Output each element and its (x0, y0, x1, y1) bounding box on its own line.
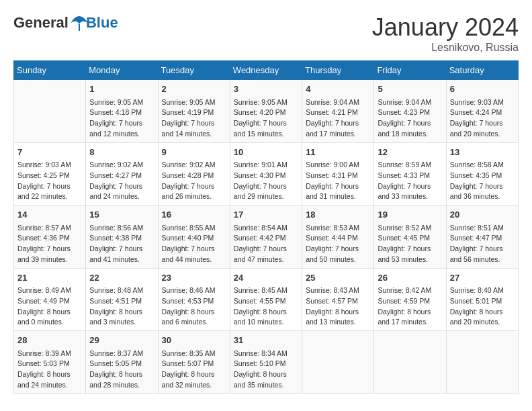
cell-content: Sunrise: 8:45 AMSunset: 4:55 PMDaylight:… (234, 285, 298, 328)
logo-general-text: General (13, 14, 69, 32)
calendar-cell: 15Sunrise: 8:56 AMSunset: 4:38 PMDayligh… (86, 205, 158, 269)
cell-content: Sunrise: 8:57 AMSunset: 4:36 PMDaylight:… (17, 223, 82, 265)
calendar-table: SundayMondayTuesdayWednesdayThursdayFrid… (13, 60, 519, 394)
day-number: 4 (306, 83, 370, 96)
location: Lesnikovo, Russia (372, 42, 519, 54)
cell-content: Sunrise: 8:56 AMSunset: 4:38 PMDaylight:… (89, 223, 154, 265)
calendar-cell: 25Sunrise: 8:43 AMSunset: 4:57 PMDayligh… (302, 268, 374, 331)
cell-content: Sunrise: 8:53 AMSunset: 4:44 PMDaylight:… (306, 223, 370, 265)
calendar-cell (374, 331, 446, 394)
cell-content: Sunrise: 9:02 AMSunset: 4:27 PMDaylight:… (89, 160, 154, 202)
day-number: 15 (89, 208, 154, 222)
cell-content: Sunrise: 8:43 AMSunset: 4:57 PMDaylight:… (306, 285, 370, 328)
calendar-cell: 20Sunrise: 8:51 AMSunset: 4:47 PMDayligh… (446, 205, 518, 269)
calendar-cell: 26Sunrise: 8:42 AMSunset: 4:59 PMDayligh… (374, 268, 446, 331)
day-number: 17 (234, 208, 298, 222)
calendar-cell: 24Sunrise: 8:45 AMSunset: 4:55 PMDayligh… (230, 268, 302, 331)
day-number: 9 (162, 146, 226, 159)
calendar-week-row: 21Sunrise: 8:49 AMSunset: 4:49 PMDayligh… (14, 268, 519, 331)
calendar-week-row: 1Sunrise: 9:05 AMSunset: 4:18 PMDaylight… (14, 80, 519, 143)
title-block: January 2024 Lesnikovo, Russia (372, 13, 519, 54)
cell-content: Sunrise: 8:48 AMSunset: 4:51 PMDaylight:… (89, 285, 154, 328)
cell-content: Sunrise: 8:51 AMSunset: 4:47 PMDaylight:… (450, 223, 515, 265)
weekday-header-wednesday: Wednesday (230, 61, 302, 80)
calendar-cell: 31Sunrise: 8:34 AMSunset: 5:10 PMDayligh… (230, 331, 302, 394)
calendar-cell: 3Sunrise: 9:05 AMSunset: 4:20 PMDaylight… (230, 80, 302, 143)
calendar-cell: 11Sunrise: 9:00 AMSunset: 4:31 PMDayligh… (302, 142, 374, 205)
day-number: 14 (17, 208, 82, 222)
cell-content: Sunrise: 9:04 AMSunset: 4:21 PMDaylight:… (306, 97, 370, 140)
calendar-cell (14, 80, 86, 143)
day-number: 2 (162, 83, 226, 96)
cell-content: Sunrise: 9:03 AMSunset: 4:24 PMDaylight:… (450, 97, 515, 140)
cell-content: Sunrise: 9:03 AMSunset: 4:25 PMDaylight:… (17, 160, 82, 202)
calendar-cell: 18Sunrise: 8:53 AMSunset: 4:44 PMDayligh… (302, 205, 374, 269)
cell-content: Sunrise: 9:01 AMSunset: 4:30 PMDaylight:… (234, 160, 298, 202)
calendar-cell (302, 331, 374, 394)
calendar-cell: 8Sunrise: 9:02 AMSunset: 4:27 PMDaylight… (86, 142, 158, 205)
day-number: 29 (89, 334, 154, 347)
logo: General Blue (13, 13, 118, 32)
weekday-header-friday: Friday (374, 61, 446, 80)
calendar-cell: 10Sunrise: 9:01 AMSunset: 4:30 PMDayligh… (230, 142, 302, 205)
day-number: 3 (234, 83, 298, 96)
weekday-header-thursday: Thursday (302, 61, 374, 80)
cell-content: Sunrise: 9:04 AMSunset: 4:23 PMDaylight:… (378, 97, 442, 140)
calendar-cell: 4Sunrise: 9:04 AMSunset: 4:21 PMDaylight… (302, 80, 374, 143)
cell-content: Sunrise: 8:54 AMSunset: 4:42 PMDaylight:… (234, 223, 298, 265)
calendar-cell: 9Sunrise: 9:02 AMSunset: 4:28 PMDaylight… (158, 142, 230, 205)
day-number: 7 (17, 146, 82, 159)
day-number: 22 (89, 271, 154, 285)
calendar-cell: 22Sunrise: 8:48 AMSunset: 4:51 PMDayligh… (86, 268, 158, 331)
calendar-cell: 21Sunrise: 8:49 AMSunset: 4:49 PMDayligh… (14, 268, 86, 331)
day-number: 25 (306, 271, 370, 285)
weekday-header-saturday: Saturday (446, 61, 518, 80)
cell-content: Sunrise: 9:05 AMSunset: 4:18 PMDaylight:… (89, 97, 154, 140)
calendar-cell: 6Sunrise: 9:03 AMSunset: 4:24 PMDaylight… (446, 80, 518, 143)
calendar-cell: 27Sunrise: 8:40 AMSunset: 5:01 PMDayligh… (446, 268, 518, 331)
calendar-cell: 30Sunrise: 8:35 AMSunset: 5:07 PMDayligh… (158, 331, 230, 394)
day-number: 5 (378, 83, 442, 96)
day-number: 13 (450, 146, 515, 159)
calendar-cell: 17Sunrise: 8:54 AMSunset: 4:42 PMDayligh… (230, 205, 302, 269)
cell-content: Sunrise: 8:40 AMSunset: 5:01 PMDaylight:… (450, 285, 515, 328)
cell-content: Sunrise: 9:05 AMSunset: 4:20 PMDaylight:… (234, 97, 298, 140)
cell-content: Sunrise: 8:46 AMSunset: 4:53 PMDaylight:… (162, 285, 226, 328)
calendar-week-row: 14Sunrise: 8:57 AMSunset: 4:36 PMDayligh… (14, 205, 519, 269)
calendar-cell: 19Sunrise: 8:52 AMSunset: 4:45 PMDayligh… (374, 205, 446, 269)
cell-content: Sunrise: 8:35 AMSunset: 5:07 PMDaylight:… (162, 349, 226, 391)
page-header: General Blue January 2024 Lesnikovo, Rus… (13, 13, 519, 54)
weekday-header-monday: Monday (86, 61, 158, 80)
calendar-cell: 1Sunrise: 9:05 AMSunset: 4:18 PMDaylight… (86, 80, 158, 143)
calendar-cell (446, 331, 518, 394)
day-number: 18 (306, 208, 370, 222)
day-number: 27 (450, 271, 515, 285)
cell-content: Sunrise: 9:02 AMSunset: 4:28 PMDaylight:… (162, 160, 226, 202)
day-number: 30 (162, 334, 226, 347)
calendar-cell: 13Sunrise: 8:58 AMSunset: 4:35 PMDayligh… (446, 142, 518, 205)
day-number: 1 (89, 83, 154, 96)
day-number: 8 (89, 146, 154, 159)
day-number: 26 (378, 271, 442, 285)
cell-content: Sunrise: 8:52 AMSunset: 4:45 PMDaylight:… (378, 223, 442, 265)
calendar-cell: 23Sunrise: 8:46 AMSunset: 4:53 PMDayligh… (158, 268, 230, 331)
cell-content: Sunrise: 8:55 AMSunset: 4:40 PMDaylight:… (162, 223, 226, 265)
day-number: 16 (162, 208, 226, 222)
calendar-cell: 7Sunrise: 9:03 AMSunset: 4:25 PMDaylight… (14, 142, 86, 205)
weekday-header-sunday: Sunday (14, 61, 86, 80)
cell-content: Sunrise: 8:34 AMSunset: 5:10 PMDaylight:… (234, 349, 298, 391)
day-number: 10 (234, 146, 298, 159)
cell-content: Sunrise: 8:37 AMSunset: 5:05 PMDaylight:… (89, 349, 154, 391)
logo-blue-text: Blue (86, 14, 118, 32)
calendar-cell: 28Sunrise: 8:39 AMSunset: 5:03 PMDayligh… (14, 331, 86, 394)
weekday-header-tuesday: Tuesday (158, 61, 230, 80)
month-title: January 2024 (372, 13, 519, 42)
calendar-cell: 16Sunrise: 8:55 AMSunset: 4:40 PMDayligh… (158, 205, 230, 269)
calendar-cell: 12Sunrise: 8:59 AMSunset: 4:33 PMDayligh… (374, 142, 446, 205)
day-number: 23 (162, 271, 226, 285)
cell-content: Sunrise: 8:58 AMSunset: 4:35 PMDaylight:… (450, 160, 515, 202)
weekday-header-row: SundayMondayTuesdayWednesdayThursdayFrid… (14, 61, 519, 80)
cell-content: Sunrise: 8:59 AMSunset: 4:33 PMDaylight:… (378, 160, 442, 202)
calendar-cell: 29Sunrise: 8:37 AMSunset: 5:05 PMDayligh… (86, 331, 158, 394)
cell-content: Sunrise: 9:00 AMSunset: 4:31 PMDaylight:… (306, 160, 370, 202)
